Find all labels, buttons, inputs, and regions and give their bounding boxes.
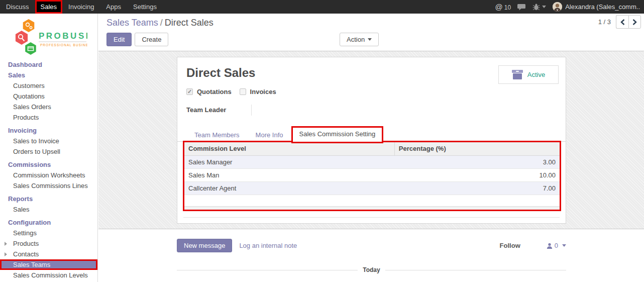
sidebar-section-invoicing[interactable]: Invoicing (0, 125, 97, 136)
breadcrumb-current: Direct Sales (165, 18, 213, 28)
mentions-count: 10 (504, 4, 511, 11)
table-header-row: Commission Level Percentage (%) (184, 142, 560, 155)
percentage-cell[interactable]: 3.00 (394, 155, 560, 168)
table-row[interactable]: Sales Manager 3.00 (184, 155, 560, 168)
commission-table-annotation-box: Commission Level Percentage (%) Sales Ma… (183, 141, 561, 211)
sidebar-item-products[interactable]: Products (0, 112, 97, 123)
breadcrumb: Sales Teams/Direct Sales (106, 18, 636, 28)
app-menu-sales[interactable]: Sales (35, 0, 63, 14)
action-label: Action (347, 36, 365, 43)
form-sheet: Direct Sales ✓ Quotations Invoices Team … (177, 57, 566, 224)
checkbox-row: ✓ Quotations Invoices (186, 88, 280, 96)
chevron-left-icon (620, 19, 625, 25)
topbar-right-tools: @ 10 Alexan (495, 0, 644, 14)
sidebar-item-commission-worksheets[interactable]: Commission Worksheets (0, 170, 97, 180)
table-row[interactable]: Callcenter Agent 7.00 (184, 181, 560, 195)
svg-text:PROBUSE: PROBUSE (39, 31, 87, 41)
avatar (553, 2, 562, 12)
sidebar-item-config-products[interactable]: Products (0, 238, 97, 249)
app-menu-discuss[interactable]: Discuss (0, 0, 35, 14)
app-menu-settings[interactable]: Settings (127, 0, 163, 14)
create-button[interactable]: Create (135, 33, 168, 46)
debug-menu-button[interactable] (532, 4, 546, 11)
user-menu[interactable]: Alexandra (Sales_comm.. (553, 2, 640, 12)
invoices-checkbox[interactable] (240, 88, 246, 95)
column-header-percentage[interactable]: Percentage (%) (394, 142, 560, 155)
notebook-tabs: Team Members More Info Sales Commission … (177, 128, 566, 142)
control-panel: Sales Teams/Direct Sales Edit Create Act… (98, 14, 644, 51)
caret-down-icon (368, 38, 372, 41)
chat-bubble-icon (517, 4, 526, 11)
top-navbar: Discuss Sales Invoicing Apps Settings @ … (0, 0, 644, 14)
sidebar-item-settings[interactable]: Settings (0, 228, 97, 238)
box-hexagon (25, 42, 36, 55)
today-label: Today (358, 266, 385, 273)
magnifier-hexagon (16, 31, 28, 45)
sidebar-section-commissions[interactable]: Commissions (0, 159, 97, 170)
sidebar-item-sales-teams[interactable]: Sales Teams (0, 259, 97, 270)
table-empty-row[interactable] (184, 195, 560, 207)
caret-down-icon (542, 6, 546, 8)
sidebar-item-sales-commissions-lines[interactable]: Sales Commissions Lines (0, 180, 97, 191)
column-header-commission-level[interactable]: Commission Level (184, 142, 394, 155)
percentage-cell[interactable]: 7.00 (394, 181, 560, 195)
sidebar-item-orders-to-upsell[interactable]: Orders to Upsell (0, 146, 97, 157)
record-title: Direct Sales (186, 66, 255, 80)
chevron-right-icon (5, 252, 7, 256)
sidebar-section-reports[interactable]: Reports (0, 194, 97, 204)
tab-sales-commission-setting[interactable]: Sales Commission Setting (291, 126, 384, 143)
chatter-toolbar: New message Log an internal note Follow … (98, 230, 644, 252)
follow-button[interactable]: Follow (500, 242, 520, 249)
action-dropdown-button[interactable]: Action (340, 33, 379, 46)
invoices-label: Invoices (250, 88, 276, 96)
sidebar-item-sales-orders[interactable]: Sales Orders (0, 102, 97, 112)
sidebar-item-label: Products (13, 240, 39, 247)
followers-dropdown[interactable]: 0 (547, 242, 566, 249)
edit-button[interactable]: Edit (106, 33, 132, 46)
bug-icon (532, 4, 540, 11)
messages-button[interactable] (517, 4, 526, 11)
active-label: Active (527, 71, 545, 78)
app-menu-invoicing[interactable]: Invoicing (62, 0, 100, 14)
percentage-cell[interactable]: 10.00 (394, 168, 560, 181)
form-view-background: Direct Sales ✓ Quotations Invoices Team … (98, 51, 644, 229)
tab-team-members[interactable]: Team Members (186, 128, 248, 141)
sidebar-section-sales[interactable]: Sales (0, 70, 97, 80)
commission-level-cell[interactable]: Callcenter Agent (184, 181, 394, 195)
sidebar-item-config-contacts[interactable]: Contacts (0, 249, 97, 259)
tab-more-info[interactable]: More Info (248, 128, 291, 141)
sidebar-item-customers[interactable]: Customers (0, 80, 97, 91)
chatter: New message Log an internal note Follow … (98, 230, 644, 282)
sidebar-item-sales-to-invoice[interactable]: Sales to Invoice (0, 136, 97, 146)
sidebar-nav: Dashboard Sales Customers Quotations Sal… (0, 59, 97, 280)
new-message-button[interactable]: New message (177, 239, 232, 252)
team-leader-label: Team Leader (186, 105, 252, 116)
followers-count: 0 (555, 242, 558, 249)
caret-down-icon (562, 244, 566, 247)
log-internal-note-link[interactable]: Log an internal note (239, 242, 297, 249)
user-name: Alexandra (Sales_comm.. (565, 3, 640, 11)
svg-text:PROFESSIONAL BUSINESS: PROFESSIONAL BUSINESS (40, 43, 87, 47)
main-area: Sales Teams/Direct Sales Edit Create Act… (98, 14, 644, 282)
commission-level-cell[interactable]: Sales Man (184, 168, 394, 181)
at-icon: @ (495, 3, 503, 11)
sidebar-item-sales-commission-levels[interactable]: Sales Commission Levels (0, 270, 97, 280)
chevron-right-icon (5, 242, 7, 246)
table-row[interactable]: Sales Man 10.00 (184, 168, 560, 181)
sidebar-item-reports-sales[interactable]: Sales (0, 204, 97, 215)
commission-level-cell[interactable]: Sales Manager (184, 155, 394, 168)
pager-previous-button[interactable] (616, 15, 628, 29)
active-toggle-button[interactable]: Active (498, 65, 559, 84)
quotations-checkbox[interactable]: ✓ (186, 88, 193, 95)
pager-next-button[interactable] (628, 15, 641, 29)
sheet-divider (183, 217, 560, 218)
app-menu-apps[interactable]: Apps (100, 0, 127, 14)
quotations-label: Quotations (197, 88, 232, 96)
breadcrumb-parent-link[interactable]: Sales Teams (106, 18, 158, 28)
sidebar-item-label: Contacts (13, 250, 39, 258)
sidebar-item-quotations[interactable]: Quotations (0, 91, 97, 102)
mentions-counter[interactable]: @ 10 (495, 3, 511, 11)
pager-value: 1 / 3 (598, 18, 611, 26)
sidebar-item-dashboard[interactable]: Dashboard (0, 59, 97, 70)
sidebar-section-configuration[interactable]: Configuration (0, 217, 97, 228)
